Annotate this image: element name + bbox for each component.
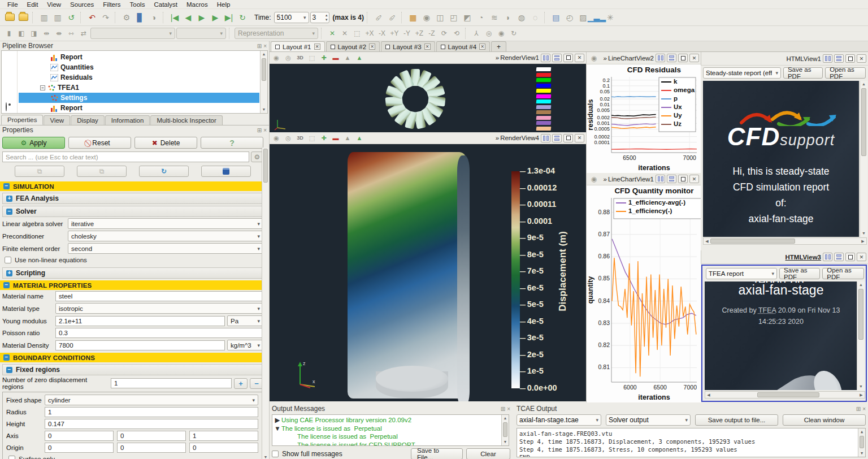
close-icon[interactable]: ×	[263, 127, 267, 133]
split-horizontal-icon[interactable]	[541, 134, 550, 142]
properties-scrollbar[interactable]: ▼	[262, 148, 269, 459]
young-unit-select[interactable]: Pa▾	[227, 315, 263, 326]
htmlview3-content[interactable]: report on: axial-fan-stage Created by TF…	[705, 282, 857, 390]
copy-properties-button[interactable]: ⧉	[15, 166, 64, 177]
reset-button[interactable]: ⃠Reset	[68, 137, 131, 149]
pipeline-item-settings[interactable]: Settings	[19, 93, 259, 103]
open-file-icon[interactable]	[3, 11, 16, 24]
undock-icon[interactable]: ⊞	[257, 127, 262, 133]
material-name-input[interactable]: steel	[55, 291, 263, 301]
camera-icon[interactable]: ◉	[588, 174, 600, 185]
tab-multiblock[interactable]: Multi-block Inspector	[150, 115, 222, 125]
collapse-icon[interactable]: ▼	[274, 425, 281, 433]
close-view-icon[interactable]: ✕	[857, 54, 866, 63]
close-icon[interactable]: ×	[862, 406, 866, 412]
split-horizontal-icon[interactable]	[823, 253, 832, 261]
preconditioner-select[interactable]: cholesky▾	[68, 231, 263, 241]
reset-center-icon[interactable]: ↻	[508, 28, 519, 39]
linear-solver-select[interactable]: iterative▾	[68, 218, 263, 229]
reset-session-icon[interactable]: ↺	[65, 11, 77, 24]
nonlinear-checkbox[interactable]	[5, 257, 11, 263]
pipeline-scrollbar[interactable]: ▲ ▼	[260, 51, 267, 113]
remove-view-icon[interactable]: ▬	[331, 53, 341, 63]
camera-icon[interactable]: ◉	[588, 53, 600, 64]
renderview1-canvas[interactable]	[270, 64, 586, 132]
apply-button[interactable]: ⚙Apply	[2, 137, 65, 149]
slice-icon[interactable]: ◰	[448, 11, 460, 24]
tcae-log[interactable]: axial-fan-stage.FREQ03.vtu Step 4, time …	[517, 428, 866, 457]
output-type-combo[interactable]: Solver output▾	[606, 414, 691, 426]
menu-tools[interactable]: Tools	[126, 1, 149, 8]
rescale-temporal-icon[interactable]: ⇄	[78, 28, 89, 39]
tab-view[interactable]: View	[44, 115, 70, 125]
menu-sources[interactable]: Sources	[66, 1, 98, 8]
htmlview1-hscrollbar[interactable]: ◀ ▶	[703, 237, 867, 245]
save-state-icon[interactable]	[17, 11, 29, 24]
close-view-icon[interactable]: ✕	[575, 134, 584, 142]
first-frame-icon[interactable]: |◀	[168, 11, 181, 24]
eye-icon[interactable]	[6, 103, 7, 111]
tab-information[interactable]: Information	[105, 115, 150, 125]
density-unit-select[interactable]: kg/m^3▾	[227, 340, 263, 350]
cfd-quantity-monitor-chart[interactable]: 0.810.820.830.840.850.860.870.8860006500…	[586, 185, 701, 402]
pipeline-item-report2[interactable]: Report	[19, 103, 259, 113]
add-region-button[interactable]: +	[234, 378, 248, 389]
report-select[interactable]: TFEA report▾	[706, 268, 777, 279]
zero-regions-input[interactable]: 1	[111, 378, 232, 388]
origin-x-input[interactable]: 0	[45, 443, 114, 453]
close-tab-icon[interactable]: ✕	[314, 44, 320, 50]
3d-toggle-icon[interactable]: 3D	[295, 53, 305, 63]
camera-icon[interactable]: ◉	[271, 133, 281, 143]
split-horizontal-icon[interactable]	[823, 54, 832, 63]
color-palette-icon[interactable]: ◑	[147, 11, 160, 24]
menu-file[interactable]: File	[3, 1, 22, 8]
zoom-to-box-icon[interactable]: ⬚	[351, 28, 363, 39]
split-vertical-icon[interactable]	[834, 54, 844, 63]
close-icon[interactable]: ×	[507, 406, 510, 412]
subsection-scripting[interactable]: +Scripting	[2, 267, 263, 279]
surface-only-checkbox[interactable]	[8, 456, 15, 459]
view-minus-z-icon[interactable]: -Z	[426, 28, 437, 39]
show-full-messages-checkbox[interactable]	[272, 451, 279, 457]
poisson-input[interactable]: 0.3	[55, 328, 263, 338]
rescale-custom-icon[interactable]: ⇼	[53, 28, 64, 39]
help-button[interactable]: ?	[201, 137, 263, 149]
rescale-visible-icon[interactable]: ⇿	[66, 28, 77, 39]
cone-icon[interactable]: ▲	[354, 133, 364, 143]
rotate-90-ccw-icon[interactable]: ⟲	[451, 28, 462, 39]
pipeline-item-tfea1[interactable]: − TFEA1	[19, 83, 259, 93]
layout-tab-2[interactable]: Layout #2✕	[326, 41, 380, 51]
open-as-pdf-button[interactable]: Open as PDF	[825, 67, 866, 79]
young-modulus-input[interactable]: 2.1e+11	[55, 316, 225, 326]
layout-tab-3[interactable]: Layout #3✕	[381, 41, 435, 51]
tcae-log-scrollbar[interactable]: ▲ ▼	[858, 428, 865, 457]
component-combo[interactable]: ▾	[176, 28, 226, 39]
pipeline-item-residuals[interactable]: Residuals	[19, 72, 259, 83]
clear-button[interactable]: Clear	[466, 448, 510, 459]
output-messages-list[interactable]: ▶Using CAE Processor library version 20.…	[272, 414, 509, 446]
scalar-bar-icon[interactable]: ◨	[28, 28, 40, 39]
split-vertical-icon[interactable]	[552, 54, 562, 62]
save-output-button[interactable]: Save output to file...	[695, 414, 778, 426]
section-material-properties[interactable]: −MATERIAL PROPERTIES	[0, 280, 266, 290]
fixed-shape-select[interactable]: cylinder▾	[45, 395, 258, 405]
maximize-icon[interactable]	[563, 134, 573, 142]
pick-center-icon[interactable]: ◉	[496, 28, 507, 39]
maximize-icon[interactable]	[845, 253, 855, 261]
quartile-chart-icon[interactable]: ◴	[563, 11, 576, 24]
paste-properties-button[interactable]: ⧉	[77, 166, 127, 177]
grid-axes-icon[interactable]: ▲	[342, 133, 353, 143]
zoom-box-icon[interactable]: ⬚	[307, 53, 317, 63]
subsection-solver[interactable]: −Solver	[2, 206, 263, 217]
origin-z-input[interactable]: 0	[189, 443, 258, 453]
clip-icon[interactable]: ◫	[434, 11, 446, 24]
coloring-array-combo[interactable]: ▾	[90, 28, 175, 39]
loop-icon[interactable]: ↻	[236, 11, 249, 24]
undock-icon[interactable]: ⊞	[257, 43, 262, 49]
last-frame-icon[interactable]: ▶|	[223, 11, 235, 24]
undock-icon[interactable]: ⊞	[501, 406, 505, 412]
axis-y-input[interactable]: 0	[117, 431, 186, 441]
stream-tracer-icon[interactable]: ≋	[488, 11, 501, 24]
save-to-file-button[interactable]: Save to File...	[411, 448, 463, 459]
spreadsheet-view-icon[interactable]: ▤	[550, 11, 562, 24]
